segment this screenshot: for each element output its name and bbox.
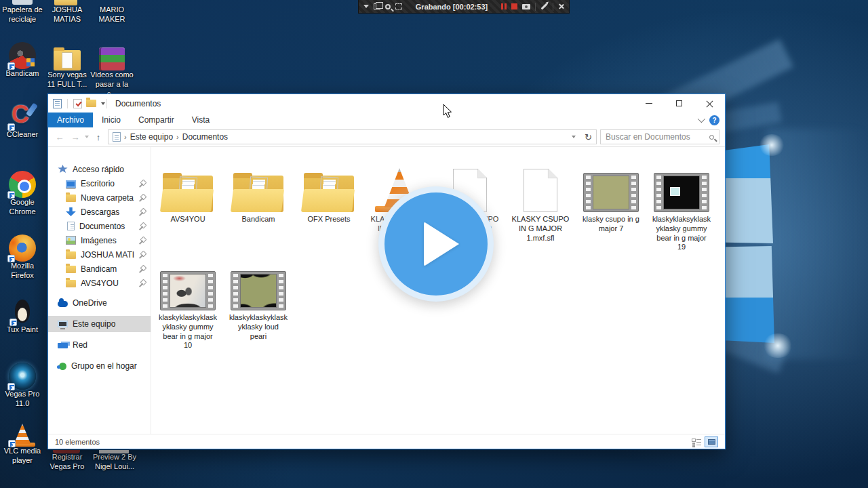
file-item-klasky-7[interactable]: klasky csupo in g major 7 bbox=[576, 155, 646, 253]
shortcut-arrow-icon bbox=[7, 123, 15, 131]
item-count: 10 elementos bbox=[55, 438, 691, 446]
select-region-icon[interactable] bbox=[395, 3, 402, 9]
sidebar-item-joshua-matias[interactable]: JOSHUA MATIAS bbox=[48, 247, 151, 262]
desktop-icon-bandicam[interactable]: Bandicam bbox=[1, 42, 43, 79]
desktop-icon-label: Bandicam bbox=[6, 69, 39, 79]
windows-logo-top-pane bbox=[717, 144, 773, 243]
firefox-icon bbox=[9, 235, 36, 262]
desktop-icon-tux-paint[interactable]: Tux Paint bbox=[0, 300, 45, 335]
desktop-icon-mario-maker[interactable]: MARIO MAKER bbox=[90, 5, 134, 24]
sidebar-item-acceso-rapido[interactable]: Acceso rápido bbox=[48, 162, 151, 176]
new-folder-icon[interactable] bbox=[86, 100, 96, 107]
sidebar-item-descargas[interactable]: Descargas bbox=[48, 205, 151, 219]
desktop-icon-label: Mozilla Firefox bbox=[0, 262, 45, 281]
window-title: Documentos bbox=[115, 99, 633, 108]
recording-status-text: Grabando [00:02:53] bbox=[407, 3, 496, 11]
sidebar-item-nueva-carpeta[interactable]: Nueva carpeta bbox=[48, 190, 151, 205]
desktop-icon-videos-winrar[interactable]: Videos como pasar a la c... bbox=[90, 42, 134, 98]
breadcrumb-este-equipo[interactable]: Este equipo bbox=[130, 132, 173, 142]
maximize-button[interactable] bbox=[664, 94, 694, 113]
desktop-icon-firefox[interactable]: Mozilla Firefox bbox=[0, 235, 45, 281]
sidebar-item-bandicam[interactable]: Bandicam bbox=[48, 262, 151, 276]
pin-icon bbox=[139, 222, 146, 230]
file-item-loud-peari[interactable]: klaskyklaskyklask yklasky loud peari bbox=[223, 253, 294, 352]
desktop-icon-label: Preview 2 By Nigel Loui... bbox=[88, 453, 141, 472]
tab-compartir[interactable]: Compartir bbox=[130, 113, 183, 127]
desktop-icon-label: Google Chrome bbox=[0, 198, 45, 217]
address-dropdown-caret-icon[interactable] bbox=[572, 136, 576, 138]
vlc-icon bbox=[9, 424, 35, 447]
desktop-icon-vegas-pro[interactable]: Vegas Pro 11.0 bbox=[0, 363, 45, 409]
pin-icon bbox=[139, 208, 146, 216]
refresh-button[interactable]: ↻ bbox=[585, 132, 592, 142]
video-play-button[interactable] bbox=[378, 186, 494, 302]
explorer-icon bbox=[53, 99, 62, 108]
folder-icon bbox=[66, 280, 76, 287]
minimize-button[interactable] bbox=[633, 94, 664, 113]
back-button[interactable]: ← bbox=[54, 132, 66, 142]
file-item-bandicam[interactable]: Bandicam bbox=[223, 155, 294, 253]
bandicam-icon bbox=[9, 42, 36, 69]
shortcut-arrow-icon bbox=[7, 383, 15, 390]
desktop-icon-papelera[interactable]: Papelera de reciclaje bbox=[1, 5, 43, 24]
file-item-avs4you[interactable]: AVS4YOU bbox=[153, 155, 223, 253]
desktop-icon-joshua-matias[interactable]: JOSHUA MATIAS bbox=[45, 5, 90, 24]
location-icon bbox=[113, 132, 121, 142]
file-item-klasky-sfl[interactable]: KLASKY CSUPO IN G MAJOR 1.mxf.sfl bbox=[505, 155, 576, 253]
tab-archivo[interactable]: Archivo bbox=[48, 113, 93, 127]
sidebar-item-onedrive[interactable]: OneDrive bbox=[48, 295, 151, 311]
up-button[interactable]: ↑ bbox=[92, 132, 104, 142]
sidebar-item-red[interactable]: Red bbox=[48, 337, 151, 353]
status-bar: 10 elementos bbox=[48, 434, 725, 449]
pin-icon bbox=[139, 265, 146, 272]
screenshot-button[interactable] bbox=[522, 4, 530, 9]
select-window-icon[interactable] bbox=[374, 3, 380, 9]
pause-button[interactable] bbox=[501, 3, 507, 9]
sidebar-item-grupo-hogar[interactable]: Grupo en el hogar bbox=[48, 358, 151, 374]
file-item-gummy-19[interactable]: klaskyklaksyklask yklasky gummy bear in … bbox=[646, 155, 717, 253]
folder-icon[interactable] bbox=[54, 0, 77, 5]
stop-button[interactable] bbox=[511, 3, 517, 9]
desktop-icon-preview2[interactable]: Preview 2 By Nigel Loui... bbox=[88, 453, 141, 472]
large-icons-view-button[interactable] bbox=[705, 436, 718, 447]
title-bar[interactable]: Documentos bbox=[48, 94, 725, 113]
desktop-icon-ccleaner[interactable]: CCleaner bbox=[0, 103, 45, 140]
help-icon[interactable]: ? bbox=[709, 115, 719, 125]
search-box[interactable]: Buscar en Documentos bbox=[600, 129, 719, 144]
recycle-bin-icon[interactable] bbox=[12, 0, 33, 5]
file-item-ofx-presets[interactable]: OFX Presets bbox=[294, 155, 364, 253]
close-bar-button[interactable] bbox=[558, 3, 564, 9]
file-item-gummy-10[interactable]: klaskyklaskyklask yklasky gummy bear in … bbox=[153, 253, 223, 352]
sidebar-item-escritorio[interactable]: Escritorio bbox=[48, 176, 151, 190]
desktop-icon-registrar-vegas[interactable]: Registrar Vegas Pro bbox=[42, 453, 92, 472]
customize-toolbar-caret-icon[interactable] bbox=[101, 102, 105, 105]
desktop-icon-label: Sony vegas 11 FULL T... bbox=[45, 70, 90, 89]
sidebar-item-documentos[interactable]: Documentos bbox=[48, 219, 151, 233]
tab-inicio[interactable]: Inicio bbox=[93, 113, 130, 127]
tab-vista[interactable]: Vista bbox=[183, 113, 218, 127]
close-button[interactable] bbox=[694, 94, 725, 113]
search-icon[interactable] bbox=[709, 135, 714, 140]
breadcrumb-documentos[interactable]: Documentos bbox=[182, 132, 228, 142]
properties-check-icon[interactable] bbox=[73, 99, 82, 108]
film-strip-icon bbox=[231, 271, 286, 310]
forward-button[interactable]: → bbox=[69, 132, 81, 142]
sidebar-item-avs4you[interactable]: AVS4YOU bbox=[48, 276, 151, 290]
sidebar-item-este-equipo[interactable]: Este equipo bbox=[48, 316, 151, 332]
desktop-icon-chrome[interactable]: Google Chrome bbox=[0, 171, 45, 217]
windows-logo-bottom-pane bbox=[717, 246, 774, 345]
desktop-icon-label: Papelera de reciclaje bbox=[1, 5, 43, 24]
collapse-ribbon-icon[interactable] bbox=[698, 115, 705, 123]
desktop-icon-vlc[interactable]: VLC media player bbox=[0, 424, 45, 466]
recent-locations-caret-icon[interactable] bbox=[85, 136, 89, 138]
dropdown-caret-icon[interactable] bbox=[363, 5, 369, 8]
shortcut-arrow-icon bbox=[9, 319, 17, 326]
details-view-button[interactable] bbox=[691, 437, 702, 447]
network-icon bbox=[58, 343, 68, 348]
sidebar-item-imagenes[interactable]: Imágenes bbox=[48, 233, 151, 247]
draw-button[interactable] bbox=[541, 3, 548, 10]
zoom-icon[interactable] bbox=[385, 4, 391, 9]
desktop-icon-sony-vegas[interactable]: Sony vegas 11 FULL T... bbox=[45, 42, 90, 89]
address-bar[interactable]: › Este equipo › Documentos ↻ bbox=[108, 129, 597, 144]
search-placeholder: Buscar en Documentos bbox=[606, 132, 705, 142]
